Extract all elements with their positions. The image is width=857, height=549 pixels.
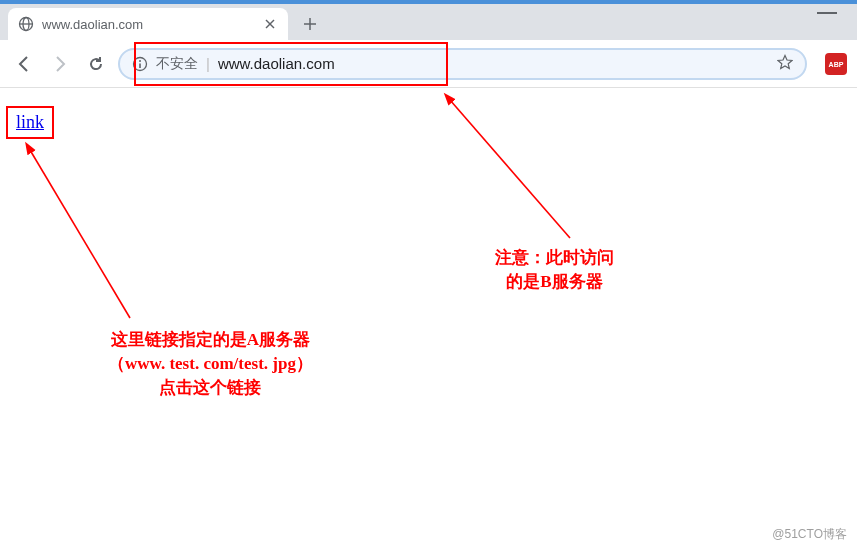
annotation-left-line3: 点击这个链接 xyxy=(108,376,313,400)
address-bar[interactable]: 不安全 | www.daolian.com xyxy=(118,48,807,80)
svg-point-8 xyxy=(139,60,141,62)
bookmark-star-icon[interactable] xyxy=(777,54,793,73)
annotation-right-line2: 的是B服务器 xyxy=(495,270,614,294)
svg-text:ABP: ABP xyxy=(829,61,844,68)
svg-line-13 xyxy=(30,150,130,318)
svg-line-12 xyxy=(450,100,570,238)
abp-extension-icon[interactable]: ABP xyxy=(825,53,847,75)
reload-button[interactable] xyxy=(82,50,110,78)
info-icon xyxy=(132,56,148,72)
separator: | xyxy=(206,55,210,72)
annotation-right-line1: 注意：此时访问 xyxy=(495,246,614,270)
forward-button[interactable] xyxy=(46,50,74,78)
globe-icon xyxy=(18,16,34,32)
annotation-link-highlight-box: link xyxy=(6,106,54,139)
toolbar: 不安全 | www.daolian.com ABP xyxy=(0,40,857,88)
security-label: 不安全 xyxy=(156,55,198,73)
annotation-arrows xyxy=(0,88,857,548)
annotation-right: 注意：此时访问 的是B服务器 xyxy=(495,246,614,294)
back-button[interactable] xyxy=(10,50,38,78)
watermark: @51CTO博客 xyxy=(772,526,847,543)
minimize-icon[interactable] xyxy=(817,12,837,14)
new-tab-button[interactable] xyxy=(296,10,324,38)
annotation-left-line1: 这里链接指定的是A服务器 xyxy=(108,328,313,352)
url-text: www.daolian.com xyxy=(218,55,769,72)
tab-strip: www.daolian.com xyxy=(0,4,857,40)
close-icon[interactable] xyxy=(262,16,278,32)
page-link[interactable]: link xyxy=(16,112,44,132)
page-content: link 注意：此时访问 的是B服务器 这里链接指定的是A服务器 （www. t… xyxy=(0,88,857,549)
annotation-left-line2: （www. test. com/test. jpg） xyxy=(108,352,313,376)
annotation-left: 这里链接指定的是A服务器 （www. test. com/test. jpg） … xyxy=(108,328,313,399)
tab-title: www.daolian.com xyxy=(42,17,262,32)
browser-tab[interactable]: www.daolian.com xyxy=(8,8,288,40)
